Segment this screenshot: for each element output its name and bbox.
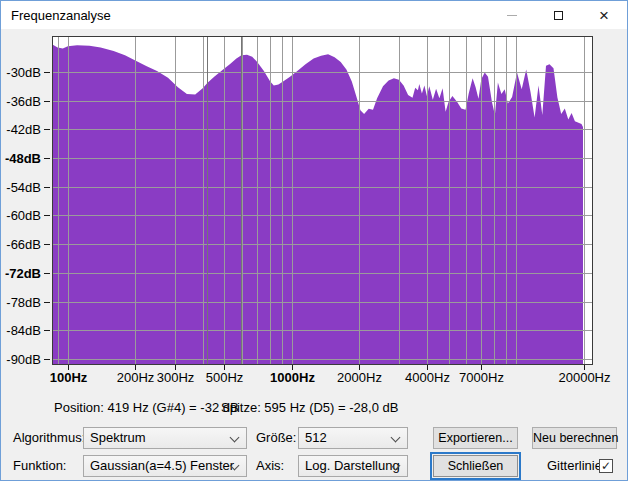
y-axis-label: -66dB <box>6 237 41 252</box>
size-select[interactable]: 512 <box>298 427 408 449</box>
function-label: Funktion: <box>13 455 66 477</box>
frequency-analysis-window: Frequenzanalyse × -30dB-36dB-42dB-48dB-5… <box>0 0 628 481</box>
maximize-icon <box>554 11 563 20</box>
y-axis-label: -60dB <box>6 208 41 223</box>
close-dialog-button[interactable]: Schließen <box>433 455 518 477</box>
window-title: Frequenzanalyse <box>1 8 489 23</box>
peak-readout: Spitze: 595 Hz (D5) = -28,0 dB <box>221 400 398 415</box>
spectrum-area <box>52 44 583 365</box>
window-buttons: × <box>489 1 627 29</box>
maximize-button[interactable] <box>535 1 581 29</box>
x-axis-label: 20000Hz <box>558 370 610 385</box>
size-label: Größe: <box>256 427 296 449</box>
y-axis-label: -36dB <box>6 94 41 109</box>
x-axis-label: 4000Hz <box>405 370 450 385</box>
close-button[interactable]: × <box>581 1 627 29</box>
recalculate-button[interactable]: Neu berechnen <box>532 427 617 449</box>
algorithm-value: Spektrum <box>90 430 146 445</box>
axis-select[interactable]: Log. Darstellung <box>298 455 408 477</box>
x-axis-label: 1000Hz <box>270 370 315 385</box>
algorithm-label: Algorithmus: <box>13 427 85 449</box>
minimize-button[interactable] <box>489 1 535 29</box>
status-bar: Position: 419 Hz (G#4) = -32 dB Spitze: … <box>1 400 627 416</box>
chevron-down-icon <box>230 433 240 443</box>
axis-value: Log. Darstellung <box>305 458 400 473</box>
x-axis-label: 2000Hz <box>337 370 382 385</box>
algorithm-select[interactable]: Spektrum <box>83 427 247 449</box>
y-axis-label: -78dB <box>6 295 41 310</box>
x-axis-label: 100Hz <box>50 370 88 385</box>
axis-label: Axis: <box>256 455 284 477</box>
minimize-icon <box>507 15 517 16</box>
y-axis-label: -42dB <box>6 122 41 137</box>
spectrum-chart[interactable]: -30dB-36dB-42dB-48dB-54dB-60dB-66dB-72dB… <box>1 29 628 397</box>
chevron-down-icon <box>391 433 401 443</box>
function-value: Gaussian(a=4.5) Fenster <box>90 458 234 473</box>
x-axis-label: 300Hz <box>157 370 195 385</box>
y-axis-label: -30dB <box>6 65 41 80</box>
size-value: 512 <box>305 430 327 445</box>
y-axis-label: -54dB <box>6 180 41 195</box>
y-axis-label: -48dB <box>5 151 41 166</box>
y-axis-label: -72dB <box>5 266 41 281</box>
close-icon: × <box>599 7 609 24</box>
y-axis-label: -90dB <box>6 352 41 367</box>
x-axis-label: 7000Hz <box>459 370 504 385</box>
checkmark-icon: ✓ <box>601 460 611 472</box>
gridlines-checkbox[interactable]: ✓ <box>599 459 613 473</box>
cursor-position-readout: Position: 419 Hz (G#4) = -32 dB <box>54 400 239 415</box>
y-axis-label: -84dB <box>6 323 41 338</box>
titlebar[interactable]: Frequenzanalyse × <box>1 1 627 29</box>
x-axis-label: 200Hz <box>117 370 155 385</box>
x-axis-label: 500Hz <box>206 370 244 385</box>
export-button[interactable]: Exportieren... <box>433 427 518 449</box>
function-select[interactable]: Gaussian(a=4.5) Fenster <box>83 455 247 477</box>
dialog-content: -30dB-36dB-42dB-48dB-54dB-60dB-66dB-72dB… <box>1 29 627 480</box>
